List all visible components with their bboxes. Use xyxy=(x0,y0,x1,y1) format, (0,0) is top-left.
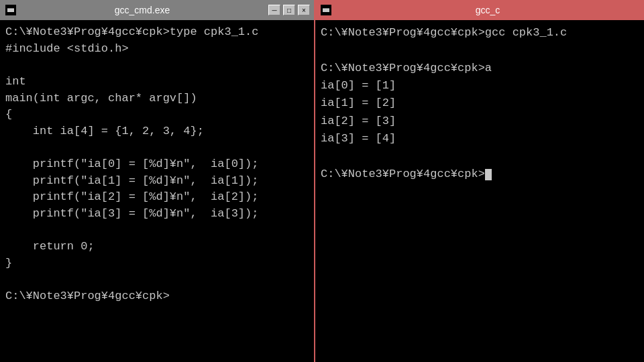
right-console-content: C:\¥Note3¥Prog¥4gcc¥cpk>gcc cpk3_1.c C:\… xyxy=(315,20,644,362)
left-console-content: C:\¥Note3¥Prog¥4gcc¥cpk>type cpk3_1.c #i… xyxy=(0,20,315,362)
right-window-icon xyxy=(321,5,331,15)
left-window-icon xyxy=(5,5,16,15)
left-window-title: gcc_cmd.exe xyxy=(21,5,263,15)
right-window-title: gcc_c xyxy=(337,5,639,15)
svg-rect-2 xyxy=(7,8,14,9)
left-title-bar: gcc_cmd.exe ─ □ × xyxy=(0,0,315,20)
maximize-button[interactable]: □ xyxy=(283,5,295,15)
close-button[interactable]: × xyxy=(298,5,310,15)
left-window: gcc_cmd.exe ─ □ × C:\¥Note3¥Prog¥4gcc¥cp… xyxy=(0,0,315,362)
main-container: gcc_cmd.exe ─ □ × C:\¥Note3¥Prog¥4gcc¥cp… xyxy=(0,0,644,362)
minimize-button[interactable]: ─ xyxy=(268,5,280,15)
left-window-controls: ─ □ × xyxy=(268,5,310,15)
right-title-bar: gcc_c xyxy=(315,0,644,20)
cursor-blink xyxy=(485,169,492,180)
svg-rect-5 xyxy=(323,8,329,9)
right-window: gcc_c C:\¥Note3¥Prog¥4gcc¥cpk>gcc cpk3_1… xyxy=(315,0,644,362)
